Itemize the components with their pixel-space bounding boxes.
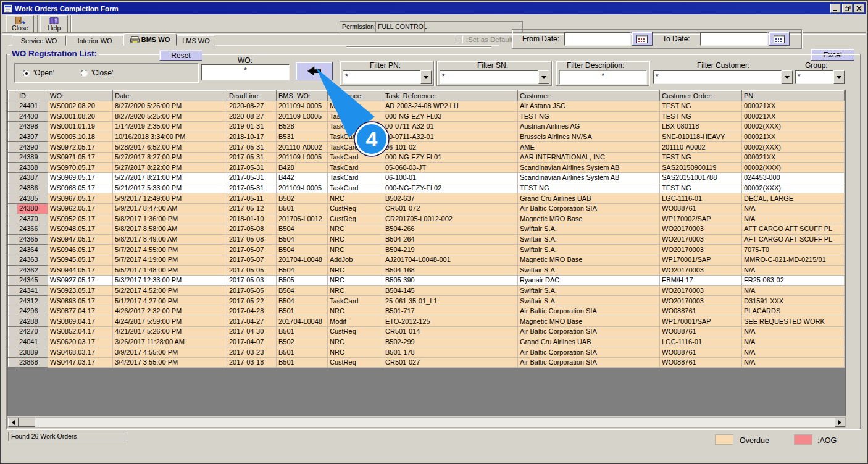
from-date-input[interactable] xyxy=(564,32,631,46)
table-row[interactable]: 24389WS0971.05.175/27/2017 8:27:00 PM201… xyxy=(9,152,845,162)
radio-open[interactable]: 'Open' xyxy=(23,69,54,77)
column-header-deadline[interactable]: DeadLine: xyxy=(227,91,277,101)
horizontal-scrollbar[interactable] xyxy=(7,417,846,428)
tab-interior-wo[interactable]: Interior WO xyxy=(66,35,123,46)
filter-pn-combo[interactable]: * xyxy=(343,70,432,84)
from-date-calendar-button[interactable] xyxy=(632,32,653,46)
tab-lms-wo[interactable]: LMS WO xyxy=(177,35,215,46)
cell-pn: PLACARDS xyxy=(742,306,845,316)
row-selector[interactable] xyxy=(9,122,17,132)
row-selector[interactable] xyxy=(9,285,17,296)
row-selector[interactable] xyxy=(9,173,17,183)
row-selector[interactable] xyxy=(9,162,17,173)
table-row[interactable]: 24365WS0947.05.175/8/2017 8:49:00 AM2017… xyxy=(9,234,845,245)
row-selector[interactable] xyxy=(9,214,17,224)
scrollbar-thumb[interactable] xyxy=(19,418,35,427)
table-row[interactable]: 24312WS0893.05.175/1/2017 4:27:00 PM2017… xyxy=(9,296,845,306)
svg-text:?: ? xyxy=(54,19,57,23)
row-selector[interactable] xyxy=(9,306,17,316)
table-row[interactable]: 24296WS0877.04.174/26/2017 2:32:00 PM201… xyxy=(9,306,845,316)
column-header-wo[interactable]: WO: xyxy=(48,91,113,101)
group-filter-combo[interactable]: * xyxy=(795,70,845,84)
minimize-button[interactable] xyxy=(830,4,841,13)
table-row[interactable]: 24390WS0972.05.175/28/2017 6:52:00 PM201… xyxy=(9,142,845,153)
scroll-right-button[interactable] xyxy=(835,418,845,427)
table-row[interactable]: 24362WS0944.05.175/5/2017 1:48:00 PM2017… xyxy=(9,265,845,276)
table-row[interactable]: 24397WS0005.10.1810/16/2018 3:34:00 PM20… xyxy=(9,132,845,142)
table-row[interactable]: 24388WS0970.05.175/27/2017 8:22:00 PM201… xyxy=(9,162,845,173)
to-date-input[interactable] xyxy=(700,32,768,46)
row-selector[interactable] xyxy=(9,224,17,235)
column-header-pn[interactable]: PN: xyxy=(742,91,845,101)
row-selector[interactable] xyxy=(9,152,17,162)
row-selector[interactable] xyxy=(9,255,17,265)
table-row[interactable]: 24387WS0969.05.175/27/2017 8:21:00 PM201… xyxy=(9,173,845,183)
reset-button[interactable]: Reset xyxy=(159,50,202,61)
row-selector[interactable] xyxy=(9,245,17,255)
table-row[interactable]: 24341WS0923.05.175/2/2017 4:52:00 PM2017… xyxy=(9,285,845,296)
help-button[interactable]: ? Help xyxy=(40,15,68,33)
table-row[interactable]: 24270WS0852.04.174/21/2017 5:26:00 PM201… xyxy=(9,327,845,337)
row-selector[interactable] xyxy=(9,142,17,153)
row-selector[interactable] xyxy=(9,101,17,112)
column-header-task-reference[interactable]: Task_Reference: xyxy=(383,91,518,101)
row-selector[interactable] xyxy=(9,183,17,193)
permission-label: Permission: xyxy=(340,21,376,32)
column-header-id[interactable]: ID: xyxy=(17,91,48,101)
row-selector[interactable] xyxy=(9,203,17,214)
table-row[interactable]: 24400WS0001.08.208/27/2020 5:25:00 PM202… xyxy=(9,111,845,122)
table-row[interactable]: 24398WS0001.01.191/14/2019 2:35:00 PM201… xyxy=(9,122,845,132)
column-header-customer-order[interactable]: Customer Order: xyxy=(660,91,742,101)
column-header-reference[interactable]: Reference: xyxy=(328,91,383,101)
filter-customer-combo[interactable]: * xyxy=(653,70,793,84)
table-row[interactable]: 24370WS0952.05.175/8/2017 1:36:00 PM2018… xyxy=(9,214,845,224)
row-selector[interactable] xyxy=(9,357,17,368)
row-selector[interactable] xyxy=(9,337,17,347)
table-row[interactable]: 24288WS0869.04.174/24/2017 5:59:00 PM201… xyxy=(9,316,845,327)
close-button[interactable]: Close xyxy=(6,15,34,33)
row-selector[interactable] xyxy=(9,193,17,204)
cell-pn: DECAL, LARGE xyxy=(742,193,845,204)
table-row[interactable]: 24366WS0948.05.175/8/2017 8:58:00 AM2017… xyxy=(9,224,845,235)
scroll-left-button[interactable] xyxy=(8,418,19,427)
apply-filter-button[interactable] xyxy=(296,62,333,80)
dropdown-button[interactable] xyxy=(420,70,432,84)
table-row[interactable]: 24380WS0962.05.175/9/2017 8:47:00 AM2017… xyxy=(9,203,845,214)
row-selector[interactable] xyxy=(9,265,17,276)
row-selector[interactable] xyxy=(9,234,17,245)
restore-button[interactable] xyxy=(842,4,853,13)
tab-bms-wo[interactable]: BMS WO xyxy=(123,33,177,46)
tab-service-wo[interactable]: Service WO xyxy=(12,35,66,46)
column-header-date[interactable]: Date: xyxy=(113,91,227,101)
row-selector[interactable] xyxy=(9,296,17,306)
table-row[interactable]: 24041WS0620.03.173/26/2017 11:28:00 AM20… xyxy=(9,337,845,347)
row-selector[interactable] xyxy=(9,347,17,358)
cell-wo: WS0946.05.17 xyxy=(48,245,113,255)
table-row[interactable]: 24364WS0946.05.175/7/2017 4:55:00 PM2017… xyxy=(9,245,845,255)
row-selector[interactable] xyxy=(9,276,17,286)
dropdown-button[interactable] xyxy=(538,70,549,84)
wo-input[interactable]: * xyxy=(201,64,290,80)
table-row[interactable]: 24401WS0002.08.208/27/2020 5:26:00 PM202… xyxy=(9,101,845,112)
table-row[interactable]: 23889WS0468.03.173/9/2017 4:55:00 PM2017… xyxy=(9,347,845,358)
close-window-button[interactable] xyxy=(854,4,864,13)
table-row[interactable]: 24345WS0927.05.175/3/2017 12:33:00 PM201… xyxy=(9,276,845,286)
column-header-customer[interactable]: Customer: xyxy=(518,91,660,101)
row-selector[interactable] xyxy=(9,316,17,327)
table-row[interactable]: 24363WS0945.05.175/7/2017 4:19:00 PM2017… xyxy=(9,255,845,265)
radio-close[interactable]: 'Close' xyxy=(81,69,113,77)
row-selector[interactable] xyxy=(9,111,17,122)
filter-sn-combo[interactable]: * xyxy=(440,70,549,84)
row-selector[interactable] xyxy=(9,132,17,142)
row-selector[interactable] xyxy=(9,327,17,337)
to-date-calendar-button[interactable] xyxy=(769,32,790,46)
table-row[interactable]: 23868WS0447.03.173/4/2017 3:55:00 PM2017… xyxy=(9,357,845,368)
table-row[interactable]: 24386WS0968.05.175/21/2017 5:33:00 PM201… xyxy=(9,183,845,193)
table-row[interactable]: 24385WS0967.05.175/9/2017 12:49:00 PM201… xyxy=(9,193,845,204)
dropdown-button[interactable] xyxy=(833,70,845,84)
dropdown-button[interactable] xyxy=(782,70,793,84)
column-header-bms-wo[interactable]: BMS_WO: xyxy=(277,91,328,101)
set-as-default-checkbox[interactable]: :Set as Default xyxy=(456,36,512,43)
filter-description-input[interactable]: * xyxy=(559,70,647,85)
cell-bms-wo: B504 xyxy=(277,296,328,306)
